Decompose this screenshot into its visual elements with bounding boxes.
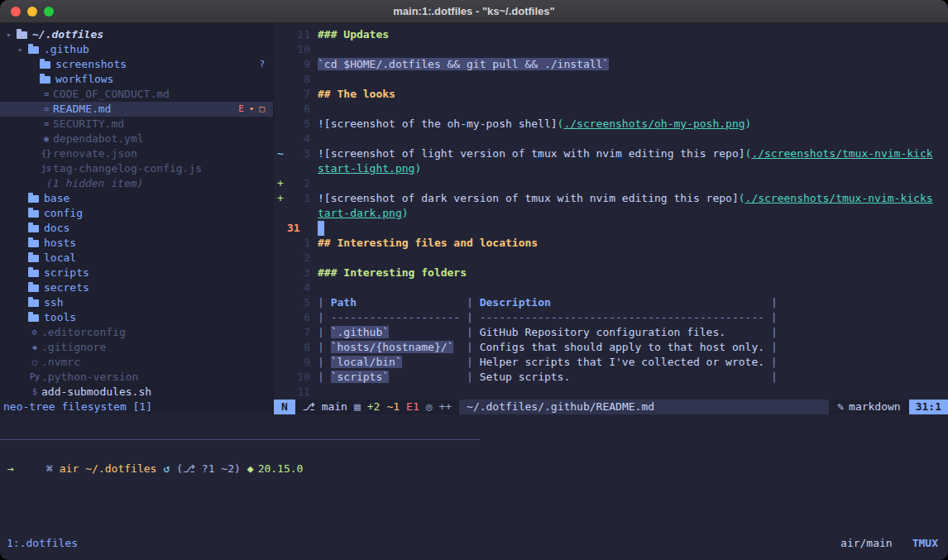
tree-item-readme-md[interactable]: ≡README.mdE•□ — [0, 102, 273, 117]
text-segment: | — [551, 296, 778, 309]
tree-item-github[interactable]: ▸.github — [0, 42, 273, 57]
cursor-position-segment: 31:1 — [909, 400, 948, 414]
editor-line[interactable]: +1![screenshot of dark version of tmux w… — [274, 191, 948, 206]
editor-line[interactable]: 31 — [274, 221, 948, 236]
editor-line[interactable]: 8 — [274, 72, 948, 87]
statusline-left: ⎇ main ▦ +2 ~1 E1 ◎ ++ — [295, 400, 459, 414]
editor-line[interactable]: 1## Interesting files and locations — [274, 236, 948, 251]
tree-item-renovate-json[interactable]: {}renovate.json — [0, 146, 273, 161]
editor-line[interactable]: tart-dark.png) — [274, 206, 948, 221]
tree-item-label: .editorconfig — [41, 325, 126, 340]
line-number: 5 — [285, 295, 310, 310]
tree-item-python-version[interactable]: Py.python-version — [0, 370, 273, 385]
tree-item-config[interactable]: config — [0, 206, 273, 221]
titlebar[interactable]: main:1:.dotfiles - "ks~/.dotfiles" — [0, 0, 948, 23]
text-segment: ./screenshots/tmux-nvim-kicks — [745, 192, 933, 204]
tree-item-dependabot-yml[interactable]: ◉dependabot.yml — [0, 132, 273, 146]
tree-item-dotfiles[interactable]: ▸~/.dotfiles — [0, 27, 273, 42]
editor-line[interactable]: 9`cd $HOME/.dotfiles && git pull && ./in… — [274, 57, 948, 72]
close-button[interactable] — [11, 7, 21, 17]
editor-line[interactable]: 7## The looks — [274, 87, 948, 102]
tmux-window-tab[interactable]: 1:.dotfiles — [7, 537, 78, 549]
editor-line[interactable]: 5| Path | Description | — [274, 295, 948, 310]
sh-file-icon: $ — [28, 385, 41, 400]
line-text — [310, 385, 318, 400]
folder-icon — [28, 240, 39, 247]
editor-line[interactable]: 11 — [274, 385, 948, 400]
text-segment: | — [764, 341, 778, 353]
text-segment: | — [318, 371, 331, 383]
tree-item-label: workflows — [55, 72, 113, 87]
text-segment: ![screenshot of light version of tmux wi… — [318, 147, 745, 160]
file-path-segment: ~/.dotfiles/.github/README.md — [459, 400, 829, 414]
sign-column — [274, 42, 285, 57]
editor-line[interactable]: 5![screenshot of the oh-my-posh shell](.… — [274, 117, 948, 132]
sign-column: + — [274, 191, 285, 206]
text-segment: ![screenshot of dark version of tmux wit… — [318, 192, 739, 204]
host-label: air — [60, 462, 79, 475]
editor-line[interactable]: 4 — [274, 280, 948, 295]
line-text — [310, 42, 318, 57]
sign-column — [274, 355, 285, 370]
editor-line[interactable]: 11### Updates — [274, 27, 948, 42]
editor-line[interactable]: 6 — [274, 102, 948, 117]
tree-item-base[interactable]: base — [0, 191, 273, 206]
tree-item-code-of-conduct-md[interactable]: ≡CODE_OF_CONDUCT.md — [0, 87, 273, 102]
git-branch-icon: ⎇ — [303, 400, 315, 413]
tree-item-label: docs — [44, 221, 69, 236]
tree-item-tools[interactable]: tools — [0, 310, 273, 325]
editor-line[interactable]: +2 — [274, 176, 948, 191]
text-segment: ./screenshots/tmux-nvim-kick — [751, 147, 932, 160]
tree-item-nvmrc[interactable]: ○.nvmrc — [0, 355, 273, 370]
tree-item-editorconfig[interactable]: ⚙.editorconfig — [0, 325, 273, 340]
editor-line[interactable]: 3### Interesting folders — [274, 266, 948, 280]
editor-line[interactable]: start-light.png) — [274, 161, 948, 176]
tree-item-secrets[interactable]: secrets — [0, 280, 273, 295]
tree-item-1-hidden-item[interactable]: (1 hidden item) — [0, 176, 273, 191]
tree-item-security-md[interactable]: ≡SECURITY.md — [0, 117, 273, 132]
editor-line[interactable]: 10 — [274, 42, 948, 57]
expander-icon[interactable]: ▸ — [7, 27, 17, 42]
tree-item-tag-changelog-config-js[interactable]: jstag-changelog-config.js — [0, 161, 273, 176]
editor-line[interactable]: 2 — [274, 251, 948, 266]
editor-line[interactable]: 4 — [274, 132, 948, 146]
file-tree[interactable]: ▸~/.dotfiles▸.githubscreenshots?workflow… — [0, 23, 273, 400]
neo-tree-sidebar[interactable]: ▸~/.dotfiles▸.githubscreenshots?workflow… — [0, 23, 274, 414]
zoom-button[interactable] — [44, 7, 54, 17]
git-status-label: (⎇ ?1 ~2) — [176, 462, 241, 475]
tree-item-ssh[interactable]: ssh — [0, 295, 273, 310]
editor-line[interactable]: 7| `.github` | GitHub Repository configu… — [274, 325, 948, 340]
text-segment: | — [318, 326, 331, 338]
tree-item-hosts[interactable]: hosts — [0, 236, 273, 251]
line-text: | `.github` | GitHub Repository configur… — [310, 325, 778, 340]
tree-item-add-submodules-sh[interactable]: $add-submodules.sh — [0, 385, 273, 400]
editor-line[interactable]: 9| `local/bin` | Helper scripts that I'v… — [274, 355, 948, 370]
tree-item-gitignore[interactable]: ◆.gitignore — [0, 340, 273, 355]
diff-modified-count: ~1 — [386, 400, 400, 414]
git-branch-label: main — [322, 400, 347, 413]
line-number: 2 — [285, 176, 310, 191]
line-number: 6 — [285, 310, 310, 325]
editor-line[interactable]: 6| -------------------- | --------------… — [274, 310, 948, 325]
editor-line[interactable]: 8| `hosts/{hostname}/` | Configs that sh… — [274, 340, 948, 355]
editor[interactable]: 11### Updates 10 9`cd $HOME/.dotfiles &&… — [274, 23, 948, 414]
shell-pane[interactable]: ⌘air~/.dotfiles↺(⎇ ?1 ~2)◆20.15.0 → — [0, 438, 948, 534]
tree-item-docs[interactable]: docs — [0, 221, 273, 236]
tree-item-label: secrets — [44, 280, 89, 295]
line-number: 11 — [285, 385, 310, 400]
item-badges: E•□ — [238, 102, 273, 117]
text-segment: GitHub Repository configuration files. — [480, 326, 725, 338]
text-segment: Description — [480, 296, 551, 309]
editor-line[interactable]: ~3![screenshot of light version of tmux … — [274, 146, 948, 161]
sign-column — [274, 132, 285, 146]
tree-item-screenshots[interactable]: screenshots? — [0, 57, 273, 72]
editor-buffer[interactable]: 11### Updates 10 9`cd $HOME/.dotfiles &&… — [274, 23, 948, 400]
editor-line[interactable]: 10| `scripts` | Setup scripts. | — [274, 370, 948, 385]
tree-item-scripts[interactable]: scripts — [0, 266, 273, 280]
tree-item-workflows[interactable]: workflows — [0, 72, 273, 87]
nvim-statusline: N ⎇ main ▦ +2 ~1 E1 ◎ ++ ~/.dotfiles/.gi… — [274, 400, 948, 414]
tree-item-local[interactable]: local — [0, 251, 273, 266]
expander-icon[interactable]: ▸ — [18, 42, 28, 57]
minimize-button[interactable] — [27, 7, 37, 17]
line-text: ![screenshot of the oh-my-posh shell](./… — [310, 117, 751, 132]
